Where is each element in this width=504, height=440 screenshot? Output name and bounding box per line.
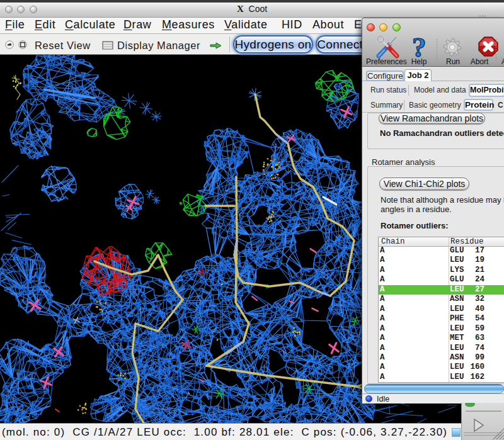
svg-text:?: ? xyxy=(412,36,427,59)
